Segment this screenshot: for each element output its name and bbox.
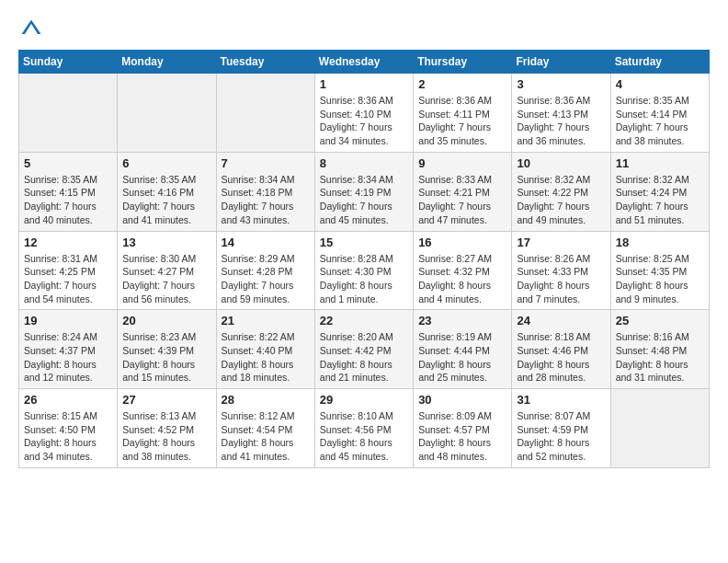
day-number: 3 xyxy=(517,77,605,91)
calendar-cell: 15Sunrise: 8:28 AM Sunset: 4:30 PM Dayli… xyxy=(314,231,413,310)
day-number: 10 xyxy=(517,156,605,170)
day-info: Sunrise: 8:30 AM Sunset: 4:27 PM Dayligh… xyxy=(122,252,210,306)
calendar-cell: 26Sunrise: 8:15 AM Sunset: 4:50 PM Dayli… xyxy=(19,389,118,468)
day-info: Sunrise: 8:10 AM Sunset: 4:56 PM Dayligh… xyxy=(320,409,408,464)
day-number: 5 xyxy=(24,156,112,170)
day-number: 19 xyxy=(24,314,112,327)
weekday-header: Monday xyxy=(118,51,216,74)
calendar-cell: 30Sunrise: 8:09 AM Sunset: 4:57 PM Dayli… xyxy=(414,389,512,468)
page-header xyxy=(18,15,710,40)
calendar-week-row: 12Sunrise: 8:31 AM Sunset: 4:25 PM Dayli… xyxy=(19,231,710,310)
calendar-cell: 25Sunrise: 8:16 AM Sunset: 4:48 PM Dayli… xyxy=(610,310,709,389)
calendar-cell xyxy=(216,74,314,153)
calendar-cell: 23Sunrise: 8:19 AM Sunset: 4:44 PM Dayli… xyxy=(414,310,512,389)
day-number: 29 xyxy=(320,393,408,407)
calendar-cell: 29Sunrise: 8:10 AM Sunset: 4:56 PM Dayli… xyxy=(314,389,413,468)
day-info: Sunrise: 8:19 AM Sunset: 4:44 PM Dayligh… xyxy=(418,330,506,385)
logo-icon xyxy=(18,15,44,40)
logo xyxy=(18,15,48,40)
day-number: 2 xyxy=(418,77,506,91)
day-info: Sunrise: 8:22 AM Sunset: 4:40 PM Dayligh… xyxy=(222,330,310,385)
calendar-cell: 12Sunrise: 8:31 AM Sunset: 4:25 PM Dayli… xyxy=(19,231,118,310)
day-info: Sunrise: 8:36 AM Sunset: 4:13 PM Dayligh… xyxy=(517,94,605,148)
calendar-cell: 5Sunrise: 8:35 AM Sunset: 4:15 PM Daylig… xyxy=(19,152,118,231)
calendar-week-row: 5Sunrise: 8:35 AM Sunset: 4:15 PM Daylig… xyxy=(19,152,710,231)
day-info: Sunrise: 8:35 AM Sunset: 4:15 PM Dayligh… xyxy=(24,173,112,227)
day-info: Sunrise: 8:36 AM Sunset: 4:11 PM Dayligh… xyxy=(418,94,506,148)
day-info: Sunrise: 8:33 AM Sunset: 4:21 PM Dayligh… xyxy=(418,173,506,227)
weekday-header: Thursday xyxy=(414,51,512,74)
day-number: 21 xyxy=(222,314,310,327)
calendar-cell: 27Sunrise: 8:13 AM Sunset: 4:52 PM Dayli… xyxy=(118,389,216,468)
day-info: Sunrise: 8:16 AM Sunset: 4:48 PM Dayligh… xyxy=(616,330,704,385)
calendar-cell: 24Sunrise: 8:18 AM Sunset: 4:46 PM Dayli… xyxy=(512,310,610,389)
day-number: 6 xyxy=(122,156,210,170)
day-info: Sunrise: 8:34 AM Sunset: 4:19 PM Dayligh… xyxy=(320,173,408,227)
weekday-header: Sunday xyxy=(19,51,118,74)
day-info: Sunrise: 8:27 AM Sunset: 4:32 PM Dayligh… xyxy=(418,252,506,306)
calendar-cell xyxy=(610,389,709,468)
day-number: 17 xyxy=(517,236,605,249)
day-number: 1 xyxy=(320,77,408,91)
calendar-cell: 14Sunrise: 8:29 AM Sunset: 4:28 PM Dayli… xyxy=(216,231,314,310)
calendar-cell: 1Sunrise: 8:36 AM Sunset: 4:10 PM Daylig… xyxy=(314,74,413,153)
day-info: Sunrise: 8:28 AM Sunset: 4:30 PM Dayligh… xyxy=(320,252,408,306)
day-number: 4 xyxy=(616,77,704,91)
day-number: 22 xyxy=(320,314,408,327)
day-info: Sunrise: 8:31 AM Sunset: 4:25 PM Dayligh… xyxy=(24,252,112,306)
day-info: Sunrise: 8:12 AM Sunset: 4:54 PM Dayligh… xyxy=(222,409,310,464)
calendar-week-row: 19Sunrise: 8:24 AM Sunset: 4:37 PM Dayli… xyxy=(19,310,710,389)
day-info: Sunrise: 8:35 AM Sunset: 4:14 PM Dayligh… xyxy=(616,94,704,148)
day-info: Sunrise: 8:32 AM Sunset: 4:24 PM Dayligh… xyxy=(616,173,704,227)
day-number: 8 xyxy=(320,156,408,170)
calendar-cell: 7Sunrise: 8:34 AM Sunset: 4:18 PM Daylig… xyxy=(216,152,314,231)
calendar-cell: 18Sunrise: 8:25 AM Sunset: 4:35 PM Dayli… xyxy=(610,231,709,310)
day-number: 18 xyxy=(616,236,704,249)
day-info: Sunrise: 8:15 AM Sunset: 4:50 PM Dayligh… xyxy=(24,409,112,464)
calendar-cell: 2Sunrise: 8:36 AM Sunset: 4:11 PM Daylig… xyxy=(414,74,512,153)
day-info: Sunrise: 8:34 AM Sunset: 4:18 PM Dayligh… xyxy=(222,173,310,227)
day-number: 13 xyxy=(122,236,210,249)
day-info: Sunrise: 8:09 AM Sunset: 4:57 PM Dayligh… xyxy=(418,409,506,464)
calendar-cell: 16Sunrise: 8:27 AM Sunset: 4:32 PM Dayli… xyxy=(414,231,512,310)
day-info: Sunrise: 8:18 AM Sunset: 4:46 PM Dayligh… xyxy=(517,330,605,385)
day-info: Sunrise: 8:23 AM Sunset: 4:39 PM Dayligh… xyxy=(122,330,210,385)
day-number: 26 xyxy=(24,393,112,407)
day-number: 11 xyxy=(616,156,704,170)
calendar-cell: 8Sunrise: 8:34 AM Sunset: 4:19 PM Daylig… xyxy=(314,152,413,231)
day-info: Sunrise: 8:07 AM Sunset: 4:59 PM Dayligh… xyxy=(517,409,605,464)
day-info: Sunrise: 8:24 AM Sunset: 4:37 PM Dayligh… xyxy=(24,330,112,385)
calendar-week-row: 26Sunrise: 8:15 AM Sunset: 4:50 PM Dayli… xyxy=(19,389,710,468)
calendar-cell: 28Sunrise: 8:12 AM Sunset: 4:54 PM Dayli… xyxy=(216,389,314,468)
calendar-cell: 9Sunrise: 8:33 AM Sunset: 4:21 PM Daylig… xyxy=(414,152,512,231)
day-number: 24 xyxy=(517,314,605,327)
calendar-cell: 17Sunrise: 8:26 AM Sunset: 4:33 PM Dayli… xyxy=(512,231,610,310)
day-number: 20 xyxy=(122,314,210,327)
day-number: 25 xyxy=(616,314,704,327)
day-number: 7 xyxy=(222,156,310,170)
calendar-header: SundayMondayTuesdayWednesdayThursdayFrid… xyxy=(19,51,710,74)
day-info: Sunrise: 8:32 AM Sunset: 4:22 PM Dayligh… xyxy=(517,173,605,227)
day-number: 14 xyxy=(222,236,310,249)
day-info: Sunrise: 8:35 AM Sunset: 4:16 PM Dayligh… xyxy=(122,173,210,227)
calendar-cell xyxy=(19,74,118,153)
day-number: 15 xyxy=(320,236,408,249)
weekday-header: Friday xyxy=(512,51,610,74)
day-number: 16 xyxy=(418,236,506,249)
day-info: Sunrise: 8:26 AM Sunset: 4:33 PM Dayligh… xyxy=(517,252,605,306)
weekday-header: Wednesday xyxy=(314,51,413,74)
day-number: 9 xyxy=(418,156,506,170)
calendar-week-row: 1Sunrise: 8:36 AM Sunset: 4:10 PM Daylig… xyxy=(19,74,710,153)
calendar-cell: 20Sunrise: 8:23 AM Sunset: 4:39 PM Dayli… xyxy=(118,310,216,389)
calendar-cell: 3Sunrise: 8:36 AM Sunset: 4:13 PM Daylig… xyxy=(512,74,610,153)
calendar-cell: 21Sunrise: 8:22 AM Sunset: 4:40 PM Dayli… xyxy=(216,310,314,389)
day-number: 30 xyxy=(418,393,506,407)
day-number: 23 xyxy=(418,314,506,327)
calendar-cell: 13Sunrise: 8:30 AM Sunset: 4:27 PM Dayli… xyxy=(118,231,216,310)
day-info: Sunrise: 8:20 AM Sunset: 4:42 PM Dayligh… xyxy=(320,330,408,385)
day-number: 12 xyxy=(24,236,112,249)
calendar-cell: 31Sunrise: 8:07 AM Sunset: 4:59 PM Dayli… xyxy=(512,389,610,468)
day-info: Sunrise: 8:36 AM Sunset: 4:10 PM Dayligh… xyxy=(320,94,408,148)
day-info: Sunrise: 8:25 AM Sunset: 4:35 PM Dayligh… xyxy=(616,252,704,306)
weekday-header: Tuesday xyxy=(216,51,314,74)
